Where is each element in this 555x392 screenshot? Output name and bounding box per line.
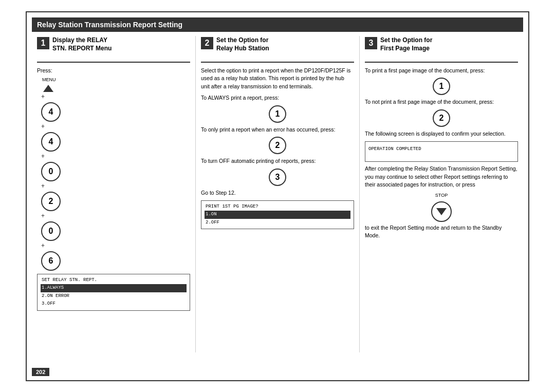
screen-title-1: SET RELAY STN. REPT.	[41, 276, 187, 285]
triangle-up-icon	[43, 85, 53, 92]
key-2: 2	[41, 192, 61, 211]
col1-line2: STN. REPORT Menu	[52, 45, 112, 52]
col3-line1: Set the Option for	[380, 36, 432, 44]
screen-row-onerror: 2.ON ERROR	[41, 292, 187, 301]
col3-para5: to exit the Report Setting mode and retu…	[365, 224, 518, 240]
col2-header-text: Set the Option for Relay Hub Station	[216, 36, 269, 53]
menu-label: MENU	[42, 77, 56, 84]
col2-para3: To only print a report when an error has…	[201, 126, 354, 134]
col1-header-text: Display the RELAY STN. REPORT Menu	[52, 36, 112, 53]
column-1: 1 Display the RELAY STN. REPORT Menu Pre…	[32, 36, 196, 352]
column-3: 3 Set the Option for First Page Image To…	[360, 36, 523, 352]
col1-line1: Display the RELAY	[52, 36, 107, 44]
col2-btn1: 1	[269, 105, 286, 123]
col1-header: 1 Display the RELAY STN. REPORT Menu	[37, 36, 190, 63]
operation-completed-text: OPERATION COMPLETED	[368, 146, 421, 152]
col2-screen-title: PRINT 1ST PG IMAGE?	[205, 203, 350, 211]
stop-label: STOP	[365, 192, 518, 199]
plus-1: +	[41, 92, 45, 101]
col2-btn2: 2	[269, 137, 286, 154]
column-2: 2 Set the Option for Relay Hub Station S…	[196, 36, 360, 352]
plus-5: +	[41, 211, 45, 220]
col2-content: Select the option to print a report when…	[201, 67, 354, 230]
key-0-second: 0	[41, 221, 61, 241]
col3-content: To print a first page image of the docum…	[365, 67, 518, 240]
press-label: Press:	[37, 67, 190, 75]
page-number: 202	[32, 368, 49, 376]
plus-6: +	[41, 241, 45, 250]
page-title: Relay Station Transmission Report Settin…	[32, 17, 523, 32]
plus-4: +	[41, 181, 45, 191]
step1-num: 1	[37, 37, 49, 49]
col2-para4: To turn OFF automatic printing of report…	[201, 157, 354, 165]
key-6: 6	[41, 251, 61, 271]
col3-header-text: Set the Option for First Page Image	[380, 36, 432, 53]
step2-num: 2	[201, 37, 213, 49]
col2-line1: Set the Option for	[216, 36, 268, 44]
col3-para4: After completing the Relay Station Trans…	[365, 165, 518, 189]
plus-3: +	[41, 152, 45, 161]
columns-wrapper: 1 Display the RELAY STN. REPORT Menu Pre…	[32, 36, 523, 352]
key-sequence: MENU + 4 + 4 + 0 + 2 + 0 + 6	[37, 77, 190, 271]
col3-header: 3 Set the Option for First Page Image	[365, 36, 518, 63]
col2-screen-off: 2.OFF	[205, 219, 350, 227]
col3-para3: The following screen is displayed to con…	[365, 130, 518, 138]
col3-btn2: 2	[433, 109, 450, 127]
col2-line2: Relay Hub Station	[216, 45, 269, 52]
plus-2: +	[41, 122, 45, 131]
col1-screen: SET RELAY STN. REPT. 1.ALWAYS 2.ON ERROR…	[37, 274, 190, 311]
key-4-second: 4	[41, 132, 61, 152]
step3-num: 3	[365, 37, 377, 49]
col2-btn3: 3	[269, 169, 286, 186]
col2-para1: Select the option to print a report when…	[201, 67, 354, 91]
stop-triangle-icon	[436, 208, 447, 215]
operation-completed-box: OPERATION COMPLETED	[365, 141, 518, 162]
col1-content: Press: MENU + 4 + 4 + 0 + 2 + 0 + 6	[37, 67, 190, 311]
screen-row-always: 1.ALWAYS	[41, 284, 187, 292]
main-page: Relay Station Transmission Report Settin…	[26, 11, 529, 381]
key-4-first: 4	[41, 102, 61, 122]
col2-screen-on: 1.ON	[205, 211, 350, 219]
stop-button	[431, 201, 452, 222]
col3-para2: To not print a first page image of the d…	[365, 98, 518, 106]
col3-para1: To print a first page image of the docum…	[365, 67, 518, 75]
screen-row-off: 3.OFF	[41, 300, 187, 308]
key-0-first: 0	[41, 162, 61, 181]
col3-btn1: 1	[433, 78, 450, 95]
col2-screen: PRINT 1ST PG IMAGE? 1.ON 2.OFF	[201, 200, 354, 230]
col3-line2: First Page Image	[380, 45, 430, 52]
col2-goto: Go to Step 12.	[201, 189, 354, 197]
col2-para2: To ALWAYS print a report, press:	[201, 94, 354, 102]
col2-header: 2 Set the Option for Relay Hub Station	[201, 36, 354, 63]
